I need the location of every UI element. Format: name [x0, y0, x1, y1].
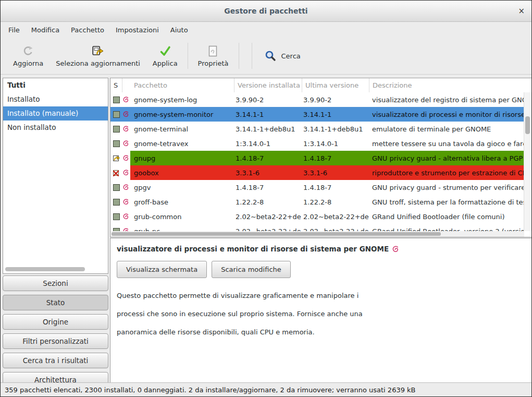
details-title-row: visualizzatore di processi e monitor di … [117, 245, 531, 253]
debian-swirl-icon [122, 209, 130, 224]
menu-impostazioni[interactable]: Impostazioni [110, 22, 165, 38]
column-header-package[interactable]: Pacchetto [122, 78, 234, 92]
menu-aiuto[interactable]: Aiuto [165, 22, 194, 38]
filter-item-installato-manuale[interactable]: Installato (manuale) [3, 106, 108, 121]
origin-button[interactable]: Origine [3, 314, 108, 330]
package-name: gpgv [130, 180, 234, 195]
toolbar-separator [252, 43, 252, 69]
table-row-marked-remove[interactable]: goobox 3.3.1-6 3.3.1-6 riproduttore e st… [110, 165, 524, 180]
horizontal-scrollbar-thumb[interactable] [112, 232, 441, 236]
package-description: visualizzatore di processi e monitor di … [369, 107, 524, 122]
table-header: S Pacchetto Versione installata Ultima v… [110, 78, 531, 93]
status-installed-icon [110, 136, 122, 151]
installed-version: 3.14.1-1 [234, 107, 302, 122]
filter-item-tutti[interactable]: Tutti [3, 78, 108, 92]
menu-modifica[interactable]: Modifica [26, 22, 65, 38]
filter-category-buttons: Sezioni Stato Origine Filtri personalizz… [3, 275, 108, 391]
latest-version: 1.22.2-8 [302, 195, 369, 209]
status-installed-icon [110, 195, 122, 209]
debian-swirl-icon [122, 180, 130, 195]
table-row[interactable]: gnome-tetravex 1:3.14.0-1 1:3.14.0-1 met… [110, 136, 524, 151]
debian-swirl-icon [122, 107, 130, 122]
column-header-installed-version[interactable]: Versione installata [234, 78, 302, 92]
column-header-status[interactable]: S [110, 78, 122, 92]
column-header-description[interactable]: Descrizione [369, 78, 531, 92]
package-description: riproduttore e strumento per estrazione … [369, 165, 524, 180]
toolbar-separator [188, 43, 188, 69]
search-icon [264, 50, 277, 62]
sidebar-horizontal-scrollbar[interactable] [5, 267, 85, 271]
table-row[interactable]: grub-common 2.02~beta2-22+de 2.02~beta2-… [110, 209, 524, 224]
debian-swirl-icon [122, 151, 130, 165]
table-row[interactable]: groff-base 1.22.2-8 1.22.2-8 GNU troff, … [110, 195, 524, 209]
mark-upgrades-button[interactable]: Seleziona aggiornamenti [50, 42, 146, 69]
latest-version: 1:3.14.0-1 [302, 136, 369, 151]
table-vertical-scrollbar[interactable] [524, 92, 531, 231]
filter-item-non-installato[interactable]: Non installato [3, 121, 108, 135]
package-description: GRand Unified Bootloader (file comuni) [369, 209, 524, 224]
get-screenshot-button[interactable]: Visualizza schermata [117, 261, 207, 278]
status-installed-icon [110, 224, 122, 231]
status-installed-icon [110, 107, 122, 122]
table-row-selected[interactable]: gnome-system-monitor 3.14.1-1 3.14.1-1 v… [110, 107, 524, 122]
details-buttons: Visualizza schermata Scarica modifiche [117, 261, 531, 278]
package-name: gnome-system-monitor [130, 107, 234, 122]
vertical-scrollbar-thumb[interactable] [525, 116, 530, 134]
package-description: mettere tessere su una tavola da gioco e… [369, 136, 524, 151]
package-description: GNU troff, sistema per la formattazione … [369, 195, 524, 209]
menu-pacchetto[interactable]: Pacchetto [65, 22, 110, 38]
statusbar: 359 pacchetti elencati, 2300 installati,… [1, 382, 531, 396]
package-manager-window: Gestore di pacchetti × File Modifica Pac… [0, 0, 532, 397]
package-name: grub-common [130, 209, 234, 224]
reload-button[interactable]: Aggiorna [7, 42, 50, 69]
table-row-marked-reinstall[interactable]: gnupg 1.4.18-7 1.4.18-7 GNU privacy guar… [110, 151, 524, 165]
menu-file[interactable]: File [3, 22, 26, 38]
description-line: Questo pacchetto permette di visualizzar… [117, 286, 531, 305]
table-row[interactable]: gnome-terminal 3.14.1-1+deb8u1 3.14.1-1+… [110, 122, 524, 136]
debian-swirl-icon [122, 122, 130, 136]
table-row[interactable]: gpgv 1.4.18-7 1.4.18-7 GNU privacy guard… [110, 180, 524, 195]
search-results-button[interactable]: Cerca tra i risultati [3, 353, 108, 368]
column-header-latest-version[interactable]: Ultima versione [302, 78, 369, 92]
menubar: File Modifica Pacchetto Impostazioni Aiu… [1, 22, 531, 38]
debian-swirl-icon [122, 165, 130, 180]
status-installed-icon [110, 180, 122, 195]
properties-button[interactable]: Proprietà [192, 42, 235, 69]
table-row[interactable]: grub-pc 2.02~beta2-22+de 2.02~beta2-22+d… [110, 224, 524, 231]
table-row[interactable]: gnome-system-log 3.9.90-2 3.9.90-2 visua… [110, 92, 524, 107]
package-name: grub-pc [130, 224, 234, 231]
installed-version: 1.4.18-7 [234, 180, 302, 195]
package-description: visualizzatore del registro di sistema p… [369, 92, 524, 107]
debian-swirl-icon [122, 136, 130, 151]
properties-icon [206, 44, 220, 58]
package-name: gnupg [130, 151, 234, 165]
package-details-panel: visualizzatore di processi e monitor di … [110, 238, 531, 383]
package-name: groff-base [130, 195, 234, 209]
package-name: gnome-system-log [130, 92, 234, 107]
latest-version: 2.02~beta2-22+de [302, 224, 369, 231]
titlebar: Gestore di pacchetti × [1, 1, 531, 22]
sections-button[interactable]: Sezioni [3, 275, 108, 291]
search-button[interactable]: Cerca [259, 46, 306, 65]
reload-label: Aggiorna [13, 59, 43, 67]
installed-version: 3.3.1-6 [234, 165, 302, 180]
status-remove-icon [110, 165, 122, 180]
latest-version: 3.14.1-1 [302, 107, 369, 122]
package-description: GNU privacy guard - alternativa libera a… [369, 151, 524, 165]
apply-check-icon [158, 44, 172, 58]
close-icon[interactable]: × [518, 1, 525, 21]
table-body: gnome-system-log 3.9.90-2 3.9.90-2 visua… [110, 92, 524, 231]
package-name: goobox [130, 165, 234, 180]
get-changelog-button[interactable]: Scarica modifiche [212, 261, 291, 278]
filter-item-installato[interactable]: Installato [3, 92, 108, 106]
status-button[interactable]: Stato [3, 295, 108, 310]
package-description: emulatore di terminale per GNOME [369, 122, 524, 136]
latest-version: 3.3.1-6 [302, 165, 369, 180]
window-title: Gestore di pacchetti [1, 1, 531, 21]
installed-version: 3.9.90-2 [234, 92, 302, 107]
table-horizontal-scrollbar[interactable] [110, 231, 524, 237]
latest-version: 3.14.1-1+deb8u1 [302, 122, 369, 136]
custom-filters-button[interactable]: Filtri personalizzati [3, 333, 108, 349]
package-description: GNU privacy guard - strumento per verifi… [369, 180, 524, 195]
apply-button[interactable]: Applica [146, 42, 184, 69]
